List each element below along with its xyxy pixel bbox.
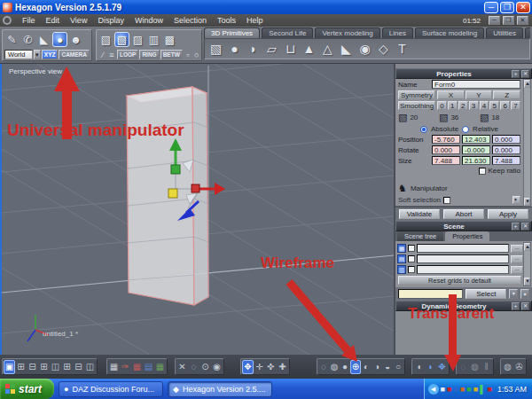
abort-button[interactable]: Abort <box>443 209 484 219</box>
polyhedron-primitive-icon[interactable]: ◇ <box>374 40 393 59</box>
menu-window[interactable]: Window <box>129 16 168 25</box>
symmetry-axis-button[interactable]: X <box>437 90 465 99</box>
smoothing-level-button[interactable]: 5 <box>489 101 499 110</box>
select-point-icon[interactable]: ▥ <box>146 32 161 47</box>
camera-snapshot-icon[interactable]: ✇ <box>513 360 525 374</box>
gizmo-center-handle[interactable] <box>168 189 177 198</box>
grid-visible-checkbox[interactable] <box>408 255 415 262</box>
select-edge-icon[interactable]: ▨ <box>130 32 145 47</box>
tray-signal-icon[interactable]: ▌ <box>480 384 485 395</box>
cube-primitive-icon[interactable]: ▧ <box>207 40 225 59</box>
dg-figure-walk-icon[interactable]: ✛ <box>254 360 265 374</box>
absolute-radio[interactable] <box>420 126 427 133</box>
panel-close-icon[interactable]: ✕ <box>521 302 529 310</box>
symmetry-axis-button[interactable]: Z <box>493 90 520 99</box>
grid-plane-icon[interactable]: ▤ <box>397 254 406 263</box>
panel-close-icon[interactable]: ✕ <box>521 223 529 231</box>
layout-quad-button[interactable]: ⊞ <box>15 360 27 374</box>
y-value-field[interactable]: -0.000 <box>462 145 490 154</box>
scroll-down-icon[interactable]: ▼ <box>524 198 530 206</box>
sphere-primitive-icon[interactable]: ● <box>225 40 244 59</box>
select-all-icon[interactable]: ▩ <box>162 32 177 47</box>
tray-app4-icon[interactable]: ■ <box>466 384 471 395</box>
scroll-up-icon[interactable]: ▲ <box>524 80 530 88</box>
edge-mini-icon[interactable]: ∕ <box>98 51 107 59</box>
tetrahedron-primitive-icon[interactable]: ◣ <box>337 40 356 59</box>
smoothing-level-button[interactable]: 4 <box>480 101 489 110</box>
keep-ratio-checkbox[interactable] <box>479 168 486 175</box>
x-value-field[interactable]: -5.760 <box>432 135 460 144</box>
tray-app3-icon[interactable]: ■ <box>460 384 465 395</box>
tab-vertex-modeling[interactable]: Vertex modeling <box>315 27 379 38</box>
smoothing-level-button[interactable]: 2 <box>458 101 468 110</box>
tab-scene-tree[interactable]: Scene tree <box>397 231 443 241</box>
layout-split-h-button[interactable]: ⊟ <box>27 360 38 374</box>
select-face-icon[interactable]: ▧ <box>114 32 129 47</box>
pen-tool-icon[interactable]: ✎ <box>4 32 20 47</box>
tab-uv-paint[interactable]: UV & Paint <box>525 27 530 38</box>
tray-ati2-icon[interactable]: ■ <box>488 384 492 395</box>
grid-edit-icon[interactable]: ▦ <box>108 360 120 374</box>
grid-primitive-icon[interactable]: ▱ <box>262 40 281 59</box>
y-value-field[interactable]: 21.630 <box>462 156 490 165</box>
prev-selection-icon[interactable]: ▾ <box>509 289 518 299</box>
selection-name-field[interactable] <box>398 289 463 299</box>
tab-utilities[interactable]: Utilities <box>486 27 523 38</box>
mdi-close-button[interactable]: ✕ <box>517 16 528 25</box>
grid-plane-icon[interactable]: ▥ <box>397 265 406 274</box>
grid-more-button[interactable]: ... <box>511 255 523 263</box>
smoothing-level-button[interactable]: 7 <box>511 101 520 110</box>
curve-tool-icon[interactable]: ✆ <box>20 32 35 47</box>
layout-split-v-button[interactable]: ◫ <box>50 360 61 374</box>
menu-edit[interactable]: Edit <box>41 16 66 25</box>
deselect-icon[interactable]: ✕ <box>176 360 188 374</box>
tab-3d-primitives[interactable]: 3D Primitives <box>204 27 260 38</box>
grid-plane-icon[interactable]: ▦ <box>397 244 406 253</box>
z-value-field[interactable]: 0.000 <box>492 135 520 144</box>
render-shaded-wire-icon[interactable]: ◑ <box>372 360 382 374</box>
smoothing-level-button[interactable]: 6 <box>500 101 510 110</box>
menu-tools[interactable]: Tools <box>212 16 241 25</box>
mdi-minimize-button[interactable]: ─ <box>489 16 500 25</box>
square-mini-icon[interactable]: ▫ <box>184 51 192 59</box>
render-sphere-icon[interactable]: ◍ <box>502 360 513 374</box>
tab-lines[interactable]: Lines <box>382 27 413 38</box>
transparent-mode-icon[interactable]: ◌ <box>458 360 469 374</box>
render-textured-icon[interactable]: ◒ <box>382 360 393 374</box>
render-ghost-icon[interactable]: ○ <box>393 360 403 374</box>
scene-scrollbar[interactable]: ▲ ▼ <box>523 242 531 286</box>
render-bbox-icon[interactable]: ◌ <box>318 360 329 374</box>
zoom-icon[interactable]: ⊙ <box>200 360 211 374</box>
paintbrush-icon[interactable]: ✑ <box>120 360 131 374</box>
ring-button[interactable]: RING <box>139 50 159 59</box>
task-hexagon[interactable]: ◆ Hexagon Version 2.5.... <box>168 381 272 397</box>
symmetry-axis-button[interactable]: Y <box>466 90 493 99</box>
select-object-icon[interactable]: ▧ <box>98 32 113 47</box>
camera-button[interactable]: CAMERA <box>59 50 90 59</box>
relative-radio[interactable] <box>462 126 469 133</box>
tab-second-life[interactable]: Second Life <box>262 27 313 38</box>
pan-cross-icon[interactable]: ✥ <box>436 360 448 374</box>
x-value-field[interactable]: 7.488 <box>432 156 460 165</box>
ghost-tool-icon[interactable]: ☻ <box>68 32 83 47</box>
circle-mini-icon[interactable]: ○ <box>192 51 201 59</box>
tray-app1-icon[interactable]: ■ <box>441 384 445 395</box>
grid-more-button[interactable]: ... <box>511 266 523 274</box>
tab-scene-properties[interactable]: Properties <box>445 231 489 241</box>
menu-display[interactable]: Display <box>92 16 129 25</box>
opaque-mode-icon[interactable]: ◍ <box>469 360 481 374</box>
grid-name-field[interactable] <box>417 254 509 263</box>
orbit-icon[interactable]: ◌ <box>188 360 200 374</box>
triangle-tool-icon[interactable]: ◣ <box>36 32 51 47</box>
render-wireframe-icon[interactable]: ⊕ <box>350 360 361 374</box>
grid-visible-checkbox[interactable] <box>408 245 415 252</box>
smoothing-button[interactable]: Smoothing <box>398 101 435 110</box>
select-button[interactable]: Select <box>466 289 506 299</box>
close-button[interactable]: ✕ <box>516 2 530 13</box>
x-value-field[interactable]: 0.000 <box>432 145 460 154</box>
layout-two-rows-button[interactable]: ⊟ <box>73 360 84 374</box>
layout-three-left-button[interactable]: ⊞ <box>61 360 73 374</box>
pyramid-primitive-icon[interactable]: △ <box>318 40 337 59</box>
panel-close-icon[interactable]: ✕ <box>521 70 529 78</box>
menu-selection[interactable]: Selection <box>168 16 212 25</box>
